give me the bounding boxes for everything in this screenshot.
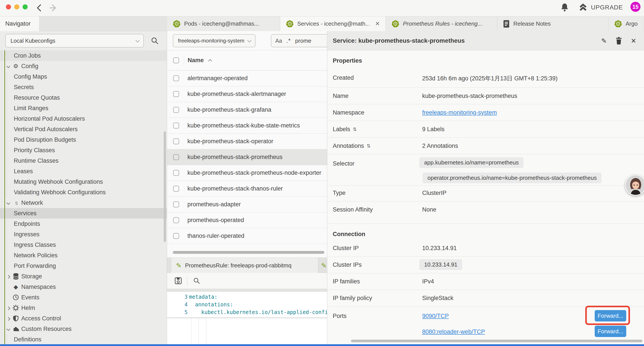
sidebar-item-mutating-webhook-configurations[interactable]: Mutating Webhook Configurations	[0, 177, 167, 187]
delete-trash-icon[interactable]	[616, 37, 622, 44]
table-row-kube-prometheus-stack-operator[interactable]: kube-prometheus-stack-operator	[167, 134, 327, 149]
sidebar-item-leases[interactable]: Leases	[0, 166, 167, 177]
table-row-thanos-ruler-operated[interactable]: thanos-ruler-operated	[167, 228, 327, 244]
sidebar-item-resource-quotas[interactable]: Resource Quotas	[0, 92, 167, 103]
namespace-select[interactable]: freeleaps-monitoring-system	[173, 34, 256, 47]
row-checkbox[interactable]	[173, 170, 179, 176]
sidebar-item-vertical-pod-autoscalers[interactable]: Vertical Pod Autoscalers	[0, 124, 167, 134]
row-checkbox[interactable]	[173, 233, 179, 239]
save-icon[interactable]	[174, 277, 182, 285]
expand-collapse-icon[interactable]: ⇅	[353, 127, 357, 132]
row-checkbox[interactable]	[173, 75, 179, 81]
name-column-header[interactable]: Name	[188, 57, 204, 64]
sidebar-item-port-forwarding[interactable]: Port Forwarding	[0, 261, 167, 271]
tree-chevron-icon[interactable]	[6, 64, 10, 68]
tab-prometheus-rules[interactable]: Prometheus Rules - icecheng...	[386, 16, 497, 31]
tree-chevron-icon[interactable]	[6, 327, 10, 331]
sidebar-item-endpoints[interactable]: Endpoints	[0, 219, 167, 229]
table-row-prometheus-operated[interactable]: prometheus-operated	[167, 212, 327, 228]
tree-chevron-icon[interactable]	[6, 275, 10, 278]
tab-services[interactable]: Services - icecheng@math... ✕	[280, 16, 386, 31]
sort-ascending-icon[interactable]	[208, 59, 212, 63]
sidebar-item-network-policies[interactable]: Network Policies	[0, 250, 167, 261]
select-all-checkbox[interactable]	[173, 57, 179, 63]
port-link-8080[interactable]: 8080:reloader-web/TCP	[422, 329, 485, 335]
tree-chevron-icon[interactable]	[6, 317, 10, 320]
yaml-editor[interactable]: 11 0","for":"1m","labels":{"service":" 1…	[167, 292, 327, 344]
sidebar-item-pod-disruption-budgets[interactable]: Pod Disruption Budgets	[0, 134, 167, 145]
tab-argo[interactable]: Argo Se	[608, 16, 644, 31]
sidebar-item-services[interactable]: Services	[0, 208, 167, 219]
sidebar-item-namespaces[interactable]: ◆ Namespaces	[0, 282, 167, 292]
sidebar-item-access-control[interactable]: Access Control	[0, 313, 167, 324]
editor-tab-partial[interactable]: ✎	[318, 258, 327, 273]
notification-count-badge[interactable]: 15	[630, 2, 640, 12]
sidebar-item-horizontal-pod-autoscalers[interactable]: Horizontal Pod Autoscalers	[0, 113, 167, 124]
forward-port-button[interactable]: Forward...	[595, 310, 626, 322]
upgrade-button[interactable]: UPGRADE	[579, 3, 623, 12]
maximize-window-button[interactable]	[22, 4, 28, 9]
forward-port-button[interactable]: Forward...	[595, 326, 626, 337]
row-checkbox[interactable]	[173, 201, 179, 207]
editor-search-icon[interactable]	[193, 277, 200, 284]
sidebar-item-runtime-classes[interactable]: Runtime Classes	[0, 155, 167, 166]
close-panel-icon[interactable]: ✕	[631, 37, 636, 45]
table-row-kube-prometheus-stack-prometheus[interactable]: kube-prometheus-stack-prometheus	[167, 149, 327, 165]
sidebar-item-storage[interactable]: Storage	[0, 271, 167, 282]
tab-release-notes[interactable]: Release Notes	[497, 16, 608, 31]
tree-chevron-icon[interactable]	[6, 201, 10, 205]
sidebar-item-helm[interactable]: Helm	[0, 303, 167, 313]
avatar[interactable]	[625, 175, 644, 196]
sidebar-item-validating-webhook-configurations[interactable]: Validating Webhook Configurations	[0, 187, 167, 198]
sidebar-item-custom-resources[interactable]: Custom Resources	[0, 324, 167, 334]
tab-pods[interactable]: Pods - icecheng@mathmas...	[167, 16, 280, 31]
ip-family-policy-value: SingleStack	[422, 295, 454, 302]
forward-arrow-icon[interactable]	[49, 3, 58, 13]
filter-input[interactable]: Aa .* prome	[271, 34, 327, 47]
sidebar-item-secrets[interactable]: Secrets	[0, 82, 167, 92]
sidebar-scrollbar[interactable]	[164, 131, 166, 242]
table-horizontal-scrollbar[interactable]	[173, 251, 324, 254]
kubeconfig-select[interactable]: Local Kubeconfigs	[5, 34, 144, 47]
table-row-kube-prometheus-stack-thanos-ruler[interactable]: kube-prometheus-stack-thanos-ruler	[167, 181, 327, 197]
expand-collapse-icon[interactable]: ⇅	[367, 143, 371, 149]
table-row-kube-prometheus-stack-grafana[interactable]: kube-prometheus-stack-grafana	[167, 102, 327, 118]
editor-tab-prometheusrule[interactable]: ✎ PrometheusRule: freeleaps-prod-rabbitm…	[171, 258, 318, 273]
sidebar-item-priority-classes[interactable]: Priority Classes	[0, 145, 167, 155]
panel-horizontal-scrollbar[interactable]	[351, 340, 642, 342]
row-checkbox[interactable]	[173, 107, 179, 113]
table-row-kube-prometheus-stack-prometheus-node-exporter[interactable]: kube-prometheus-stack-prometheus-node-ex…	[167, 165, 327, 181]
sidebar-item-limit-ranges[interactable]: Limit Ranges	[0, 103, 167, 113]
sidebar-item-ingresses[interactable]: Ingresses	[0, 229, 167, 240]
table-row-kube-prometheus-stack-alertmanager[interactable]: kube-prometheus-stack-alertmanager	[167, 86, 327, 102]
row-checkbox[interactable]	[173, 123, 179, 129]
close-tab-icon[interactable]: ✕	[375, 20, 380, 27]
back-arrow-icon[interactable]	[35, 3, 44, 13]
row-checkbox[interactable]	[173, 91, 179, 97]
table-row-alertmanager-operated[interactable]: alertmanager-operated	[167, 70, 327, 86]
sidebar-item-config-maps[interactable]: Config Maps	[0, 71, 167, 82]
sidebar-item-events[interactable]: Events	[0, 292, 167, 303]
namespace-link[interactable]: freeleaps-monitoring-system	[422, 109, 497, 116]
table-row-prometheus-adapter[interactable]: prometheus-adapter	[167, 197, 327, 212]
sidebar-item-cron-jobs[interactable]: Cron Jobs	[0, 50, 167, 61]
sidebar-item-network[interactable]: ↑↓ Network	[0, 198, 167, 208]
regex-toggle[interactable]: .*	[286, 37, 291, 44]
tab-navigator[interactable]: Navigator	[0, 16, 40, 31]
sidebar-item-config[interactable]: ⚙ Config	[0, 61, 167, 71]
minimize-window-button[interactable]	[14, 4, 19, 9]
sidebar-item-ingress-classes[interactable]: Ingress Classes	[0, 240, 167, 250]
row-checkbox[interactable]	[173, 217, 179, 223]
notifications-bell-icon[interactable]	[561, 3, 568, 12]
search-icon[interactable]	[151, 37, 159, 45]
table-row-kube-prometheus-stack-kube-state-metrics[interactable]: kube-prometheus-stack-kube-state-metrics	[167, 118, 327, 134]
edit-pencil-icon[interactable]: ✎	[601, 37, 607, 45]
row-checkbox[interactable]	[173, 186, 179, 192]
tree-chevron-icon[interactable]	[6, 306, 10, 310]
port-link-9090[interactable]: 9090/TCP	[422, 313, 449, 320]
match-case-toggle[interactable]: Aa	[275, 38, 282, 44]
sidebar-item-definitions[interactable]: Definitions	[0, 334, 167, 344]
close-window-button[interactable]	[6, 4, 11, 9]
row-checkbox[interactable]	[173, 138, 179, 144]
row-checkbox[interactable]	[173, 154, 179, 160]
